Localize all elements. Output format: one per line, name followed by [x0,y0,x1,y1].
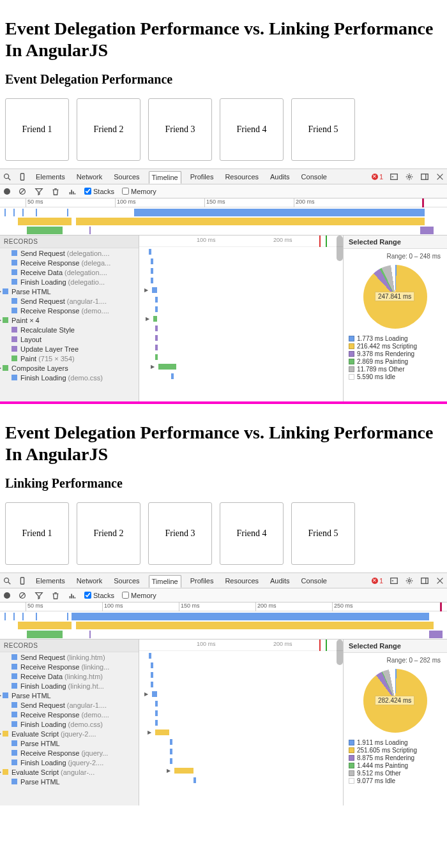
friend-card[interactable]: Friend 2 [77,98,140,161]
records-timeline[interactable]: 100 ms200 ms ▶▶▶ [139,236,344,401]
trash-icon[interactable] [51,187,60,196]
search-icon[interactable] [3,172,11,181]
friend-card[interactable]: Friend 3 [148,98,212,161]
console-drawer-icon[interactable] [390,576,398,585]
record-item[interactable]: Finish Loading (demo.css) [0,719,139,729]
record-item[interactable]: Receive Response (demo.... [0,306,139,315]
devtools-tab-audits[interactable]: Audits [268,171,292,183]
stacks-checkbox[interactable]: Stacks [84,188,114,195]
devtools-tab-network[interactable]: Network [74,575,105,587]
record-item[interactable]: ▶ Parse HTML [0,691,139,700]
expand-icon[interactable]: ▶ [148,730,151,735]
filter-icon[interactable] [34,187,43,196]
friend-card[interactable]: Friend 5 [291,502,355,565]
scrollbar[interactable] [337,640,343,665]
record-item[interactable]: Send Request (delegation.... [0,248,139,258]
devtools-tab-profiles[interactable]: Profiles [188,171,216,183]
expand-icon[interactable]: ▶ [151,364,155,370]
records-timeline[interactable]: 100 ms200 ms ▶▶▶ [139,640,344,805]
record-item[interactable]: Paint (715 × 354) [0,354,139,363]
flame-icon[interactable] [68,591,77,600]
timeline-overview[interactable] [0,207,447,236]
record-item[interactable]: Parse HTML [0,777,139,786]
record-item[interactable]: Receive Response (jquery... [0,748,139,758]
stacks-checkbox[interactable]: Stacks [84,592,114,599]
devtools-tab-elements[interactable]: Elements [33,171,68,183]
record-item[interactable]: Finish Loading (linking.ht... [0,681,139,691]
record-item[interactable]: Parse HTML [0,738,139,748]
record-item[interactable]: ▶ Parse HTML [0,287,139,296]
trash-icon[interactable] [51,591,60,600]
friend-card[interactable]: Friend 1 [5,98,69,161]
friend-card[interactable]: Friend 3 [148,502,212,565]
record-button-icon[interactable] [4,188,10,195]
expand-icon[interactable]: ▶ [167,768,170,774]
record-item[interactable]: ▶ Composite Layers [0,363,139,373]
device-icon[interactable] [18,576,27,585]
record-item[interactable]: Receive Response (linking... [0,662,139,671]
devtools-tab-resources[interactable]: Resources [222,171,261,183]
search-icon[interactable] [3,576,11,585]
record-item[interactable]: Receive Data (delegation.... [0,267,139,277]
friend-card[interactable]: Friend 4 [220,502,284,565]
close-icon[interactable] [436,172,444,181]
record-color-icon [11,721,17,727]
record-item[interactable]: ▶ Paint × 4 [0,315,139,325]
devtools-tab-audits[interactable]: Audits [268,575,292,587]
clear-icon[interactable] [18,187,27,196]
devtools-tab-timeline[interactable]: Timeline [149,171,181,184]
gear-icon[interactable] [405,576,414,585]
console-drawer-icon[interactable] [390,172,398,181]
devtools-tab-timeline[interactable]: Timeline [149,575,181,588]
dock-icon[interactable] [420,172,429,181]
record-item[interactable]: Recalculate Style [0,325,139,334]
record-item[interactable]: Finish Loading (delegatio... [0,277,139,287]
record-item[interactable]: Finish Loading (demo.css) [0,373,139,382]
error-count[interactable]: ✕1 [372,577,383,585]
dock-icon[interactable] [420,576,429,585]
record-item[interactable]: ▶ Evaluate Script (angular-... [0,767,139,777]
record-item[interactable]: Layout [0,334,139,344]
record-item[interactable]: Send Request (angular-1.... [0,700,139,710]
devtools-tab-sources[interactable]: Sources [111,575,142,587]
devtools-tab-profiles[interactable]: Profiles [188,575,216,587]
devtools-tab-console[interactable]: Console [299,575,330,587]
friend-card[interactable]: Friend 5 [291,98,355,161]
clear-icon[interactable] [18,591,27,600]
filter-icon[interactable] [34,591,43,600]
record-item[interactable]: Receive Response (delega... [0,258,139,267]
record-item[interactable]: Update Layer Tree [0,344,139,354]
device-icon[interactable] [18,172,27,181]
record-item[interactable]: Receive Data (linking.htm) [0,671,139,681]
flame-icon[interactable] [68,187,77,196]
error-count[interactable]: ✕1 [372,173,383,181]
expand-icon[interactable]: ▶ [146,316,149,322]
scrollbar[interactable] [337,236,343,261]
record-label: Paint × 4 [11,317,40,324]
expand-icon[interactable]: ▶ [144,691,148,697]
close-icon[interactable] [436,576,444,585]
record-item[interactable]: Send Request (linking.htm) [0,652,139,662]
legend-item: 216.442 ms Scripting [349,343,442,350]
record-item[interactable]: Send Request (angular-1.... [0,296,139,306]
timeline-bar-row [139,257,343,266]
memory-checkbox[interactable]: Memory [122,592,156,599]
devtools-tab-sources[interactable]: Sources [111,171,142,183]
record-item[interactable]: Receive Response (demo.... [0,710,139,719]
record-item[interactable]: Finish Loading (jquery-2.... [0,758,139,767]
friend-card[interactable]: Friend 1 [5,502,69,565]
timeline-ruler[interactable]: 50 ms100 ms150 ms200 ms [0,198,447,207]
record-button-icon[interactable] [4,592,10,599]
devtools-tab-console[interactable]: Console [299,171,330,183]
timeline-overview[interactable] [0,611,447,640]
timeline-ruler[interactable]: 50 ms100 ms150 ms200 ms250 ms [0,602,447,611]
memory-checkbox[interactable]: Memory [122,188,156,195]
devtools-tab-network[interactable]: Network [74,171,105,183]
friend-card[interactable]: Friend 4 [220,98,284,161]
gear-icon[interactable] [405,172,414,181]
devtools-tab-elements[interactable]: Elements [33,575,68,587]
friend-card[interactable]: Friend 2 [77,502,140,565]
devtools-tab-resources[interactable]: Resources [222,575,261,587]
expand-icon[interactable]: ▶ [144,287,148,293]
record-item[interactable]: ▶ Evaluate Script (jquery-2.... [0,729,139,738]
